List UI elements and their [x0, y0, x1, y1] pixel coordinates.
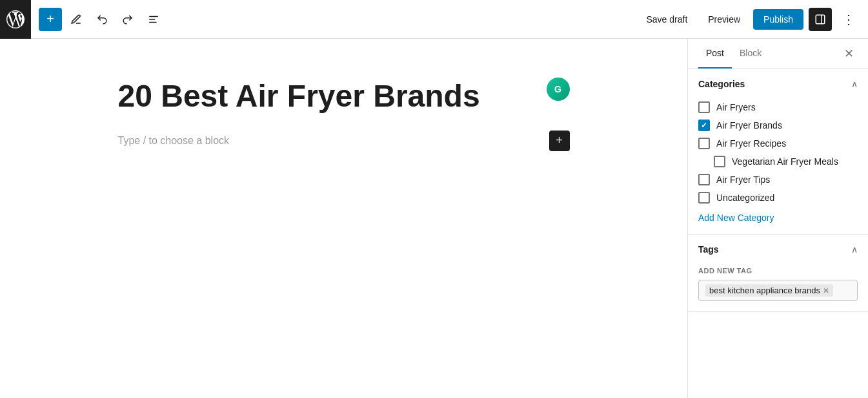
- category-label-air-fryer-tips: Air Fryer Tips: [716, 174, 770, 185]
- sidebar: Post Block ✕ Categories Air Fryers Air F…: [687, 39, 868, 398]
- editor-body-row: Type / to choose a block +: [118, 131, 570, 151]
- tag-chip: best kitchen appliance brands ✕: [705, 284, 833, 297]
- tags-chevron-icon: [851, 244, 858, 255]
- category-label-vegetarian-air-fryer-meals: Vegetarian Air Fryer Meals: [732, 156, 838, 167]
- tab-post[interactable]: Post: [698, 39, 732, 68]
- category-item-uncategorized[interactable]: Uncategorized: [698, 192, 858, 204]
- tags-section: Tags ADD NEW TAG best kitchen appliance …: [688, 235, 868, 312]
- wp-logo[interactable]: [0, 0, 31, 39]
- editor-area[interactable]: 20 Best Air Fryer Brands G Type / to cho…: [0, 39, 687, 398]
- add-block-button[interactable]: +: [39, 8, 62, 31]
- category-label-air-fryer-recipes: Air Fryer Recipes: [716, 138, 786, 149]
- sidebar-toggle-button[interactable]: [809, 8, 832, 31]
- category-checkbox-air-fryers[interactable]: [698, 101, 710, 113]
- category-item-air-fryers[interactable]: Air Fryers: [698, 101, 858, 113]
- save-draft-button[interactable]: Save draft: [638, 9, 695, 30]
- toolbar-right: Save draft Preview Publish ⋮: [638, 8, 860, 31]
- category-item-air-fryer-recipes[interactable]: Air Fryer Recipes: [698, 138, 858, 149]
- editor-body-placeholder[interactable]: Type / to choose a block: [118, 135, 541, 147]
- tools-button[interactable]: [65, 8, 88, 31]
- redo-button[interactable]: [116, 8, 139, 31]
- more-options-button[interactable]: ⋮: [837, 8, 860, 31]
- category-label-air-fryers: Air Fryers: [716, 102, 756, 112]
- category-checkbox-air-fryer-tips[interactable]: [698, 174, 710, 185]
- categories-section-title: Categories: [698, 79, 745, 89]
- document-overview-button[interactable]: [142, 8, 165, 31]
- category-checkbox-uncategorized[interactable]: [698, 192, 710, 204]
- tag-chip-close-button[interactable]: ✕: [823, 287, 829, 295]
- category-label-air-fryer-brands: Air Fryer Brands: [716, 120, 782, 131]
- grammarly-icon: G: [547, 78, 570, 101]
- category-item-air-fryer-tips[interactable]: Air Fryer Tips: [698, 174, 858, 185]
- category-checkbox-air-fryer-brands[interactable]: [698, 120, 710, 131]
- tag-input-container[interactable]: best kitchen appliance brands ✕: [698, 280, 858, 301]
- categories-section: Categories Air Fryers Air Fryer Brands: [688, 69, 868, 235]
- tags-section-title: Tags: [698, 244, 719, 255]
- add-new-category-link[interactable]: Add New Category: [698, 213, 774, 223]
- add-block-inline-button[interactable]: +: [549, 131, 570, 151]
- sidebar-tabs: Post Block ✕: [688, 39, 868, 69]
- preview-button[interactable]: Preview: [700, 9, 748, 30]
- category-item-vegetarian-air-fryer-meals[interactable]: Vegetarian Air Fryer Meals: [714, 156, 858, 167]
- category-checkbox-vegetarian-air-fryer-meals[interactable]: [714, 156, 725, 167]
- sidebar-close-button[interactable]: ✕: [840, 45, 858, 63]
- categories-content: Air Fryers Air Fryer Brands Air Fryer Re…: [688, 99, 868, 234]
- svg-rect-3: [816, 15, 825, 24]
- category-label-uncategorized: Uncategorized: [716, 193, 774, 203]
- category-checkbox-air-fryer-recipes[interactable]: [698, 138, 710, 149]
- category-item-air-fryer-brands[interactable]: Air Fryer Brands: [698, 120, 858, 131]
- categories-chevron-icon: [851, 78, 858, 90]
- tags-content: ADD NEW TAG best kitchen appliance brand…: [688, 264, 868, 311]
- post-title[interactable]: 20 Best Air Fryer Brands: [118, 78, 536, 115]
- categories-section-header[interactable]: Categories: [688, 69, 868, 99]
- add-new-tag-label: ADD NEW TAG: [698, 267, 858, 275]
- tab-block[interactable]: Block: [732, 39, 769, 68]
- publish-button[interactable]: Publish: [753, 9, 803, 30]
- tag-chip-text: best kitchen appliance brands: [709, 286, 820, 295]
- undo-button[interactable]: [90, 8, 114, 31]
- tags-section-header[interactable]: Tags: [688, 235, 868, 264]
- main-layout: 20 Best Air Fryer Brands G Type / to cho…: [0, 39, 868, 398]
- toolbar: + Save draft Preview Publish ⋮: [0, 0, 868, 39]
